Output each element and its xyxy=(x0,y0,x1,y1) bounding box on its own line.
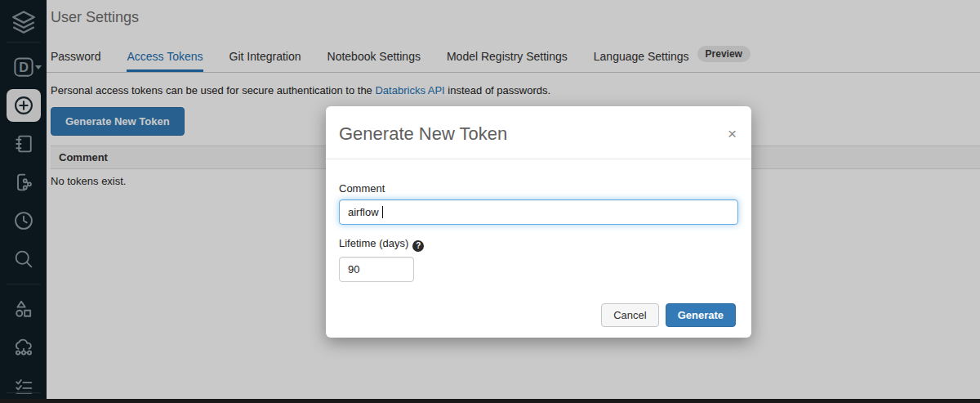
lifetime-group: Lifetime (days)? xyxy=(339,237,738,282)
generate-token-modal: Generate New Token × Comment Lifetime (d… xyxy=(326,106,751,338)
comment-input-wrap xyxy=(339,199,738,225)
text-cursor xyxy=(382,206,383,218)
modal-footer: Cancel Generate xyxy=(601,303,736,327)
generate-button[interactable]: Generate xyxy=(666,303,736,327)
comment-label: Comment xyxy=(339,182,738,195)
cancel-button[interactable]: Cancel xyxy=(601,303,658,327)
help-icon[interactable]: ? xyxy=(412,240,424,252)
modal-body: Comment Lifetime (days)? xyxy=(326,159,751,282)
lifetime-input[interactable] xyxy=(339,257,414,282)
modal-title: Generate New Token xyxy=(339,123,735,145)
close-icon[interactable]: × xyxy=(728,126,737,141)
modal-header: Generate New Token × xyxy=(326,106,751,159)
comment-input[interactable] xyxy=(339,199,738,225)
lifetime-label: Lifetime (days)? xyxy=(339,237,738,252)
user-settings-page: D xyxy=(0,0,980,403)
lifetime-label-text: Lifetime (days) xyxy=(339,237,408,249)
